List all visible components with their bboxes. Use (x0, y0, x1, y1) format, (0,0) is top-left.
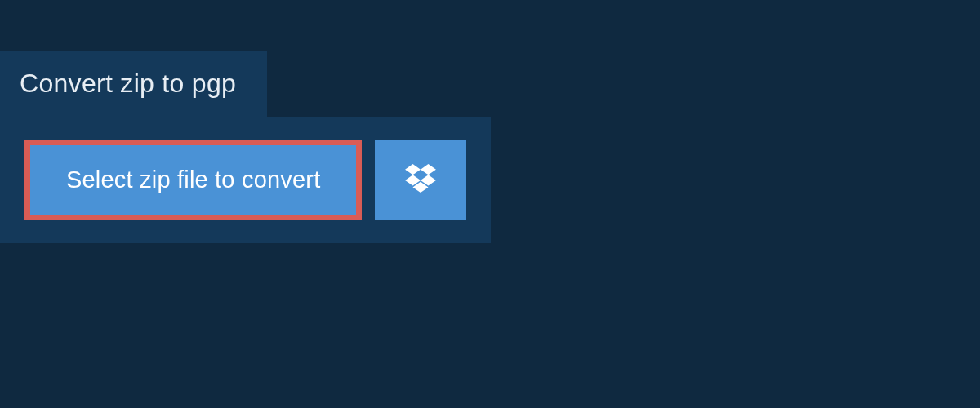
dropbox-icon (405, 164, 436, 197)
header-tab: Convert zip to pgp (0, 51, 267, 117)
page-title: Convert zip to pgp (20, 69, 236, 99)
select-file-button-label: Select zip file to convert (66, 166, 320, 193)
dropbox-button[interactable] (375, 140, 466, 220)
upload-panel: Select zip file to convert (0, 117, 491, 243)
select-file-button[interactable]: Select zip file to convert (24, 140, 362, 220)
